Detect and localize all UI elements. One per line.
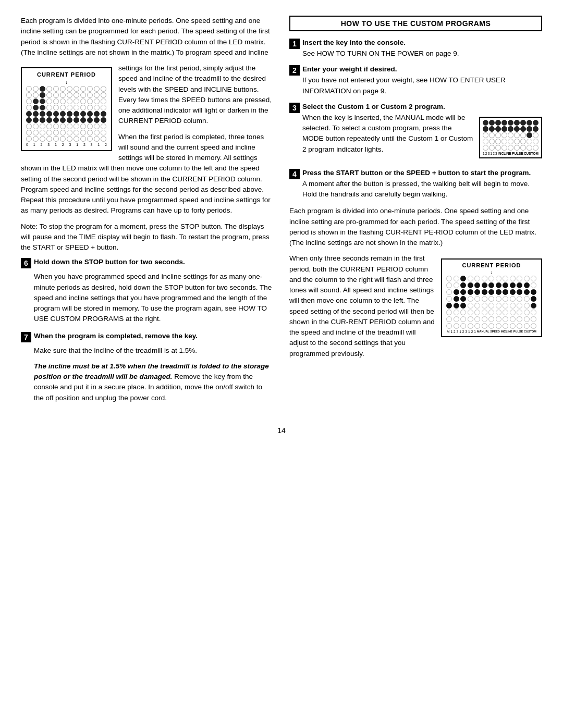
- display-title-right: CURRENT PERIOD: [446, 262, 537, 268]
- step-4-number: 4: [289, 169, 300, 179]
- step-2-content: Enter your weight if desired. If you hav…: [302, 65, 542, 96]
- step-6-title: Hold down the STOP button for two second…: [34, 258, 185, 266]
- step-7-body: Make sure that the incline of the treadm…: [34, 346, 274, 403]
- section-header-text: HOW TO USE THE CUSTOM PROGRAMS: [341, 19, 491, 28]
- step-2-title: Enter your weight if desired.: [302, 65, 542, 73]
- led-display-step3: 123123INCLINEPULSECUSTOM: [479, 113, 542, 163]
- display-labels-left: 012312312312: [26, 142, 107, 147]
- step-4-row: 4 Press the START button or the SPEED + …: [289, 169, 542, 200]
- step-4-desc: A moment after the button is pressed, th…: [302, 179, 542, 200]
- step-7-number: 7: [21, 332, 31, 342]
- step-7-block: 7 When the program is completed, remove …: [21, 332, 274, 403]
- step-1-row: 1 Insert the key into the console. See H…: [289, 39, 542, 59]
- led-display-left: CURRENT PERIOD ↓: [21, 63, 112, 155]
- step-2-number: 2: [289, 65, 300, 76]
- period-display-area: CURRENT PERIOD ↓: [289, 253, 542, 364]
- step-2-desc: If you have not entered your weight, see…: [302, 75, 542, 96]
- display-bottom-labels-right: M123123121MANUAL SPEEDINCLINEPULSECUSTOM: [446, 330, 537, 334]
- step-7-body-2: The incline must be at 1.5% when the tre…: [34, 361, 274, 403]
- intro-paragraph-1: Each program is divided into one-minute …: [21, 16, 274, 58]
- step-6-block: 6 Hold down the STOP button for two seco…: [21, 258, 274, 324]
- step-1-number: 1: [289, 39, 300, 49]
- step-3-number: 3: [289, 103, 300, 113]
- page-number: 14: [21, 426, 542, 435]
- right-column: HOW TO USE THE CUSTOM PROGRAMS 1 Insert …: [289, 16, 542, 411]
- step-2-row: 2 Enter your weight if desired. If you h…: [289, 65, 542, 96]
- step-6-body: When you have programmed speed and incli…: [34, 272, 274, 324]
- display-arrow-right: ↓: [446, 269, 537, 275]
- step-7-title: When the program is completed, remove th…: [34, 332, 198, 340]
- step-3-body-area: 123123INCLINEPULSECUSTOM When the key is…: [302, 113, 542, 163]
- step-4-content: Press the START button or the SPEED + bu…: [302, 169, 542, 200]
- left-column: Each program is divided into one-minute …: [21, 16, 274, 411]
- display-title-left: CURRENT PERIOD: [26, 71, 107, 78]
- period-text-1: Each program is divided into one-minute …: [289, 206, 542, 248]
- step-3-content: Select the Custom 1 or Custom 2 program.: [302, 103, 542, 163]
- step-7-header: 7 When the program is completed, remove …: [21, 332, 274, 342]
- display-arrow-left: ↓: [26, 79, 107, 85]
- note-paragraph: Note: To stop the program for a moment, …: [21, 221, 274, 253]
- step-3-title: Select the Custom 1 or Custom 2 program.: [302, 103, 542, 110]
- step-1-title: Insert the key into the console.: [302, 39, 542, 46]
- step-4-title: Press the START button or the SPEED + bu…: [302, 169, 542, 177]
- step-1-content: Insert the key into the console. See HOW…: [302, 39, 542, 59]
- step-1-desc: See HOW TO TURN ON THE POWER on page 9.: [302, 48, 542, 59]
- step-3-row: 3 Select the Custom 1 or Custom 2 progra…: [289, 103, 542, 163]
- section-header-box: HOW TO USE THE CUSTOM PROGRAMS: [289, 16, 542, 31]
- step-6-header: 6 Hold down the STOP button for two seco…: [21, 258, 274, 268]
- step-7-body-1: Make sure that the incline of the treadm…: [34, 346, 274, 356]
- step-6-number: 6: [21, 258, 31, 268]
- led-display-large-right: CURRENT PERIOD ↓: [441, 255, 542, 340]
